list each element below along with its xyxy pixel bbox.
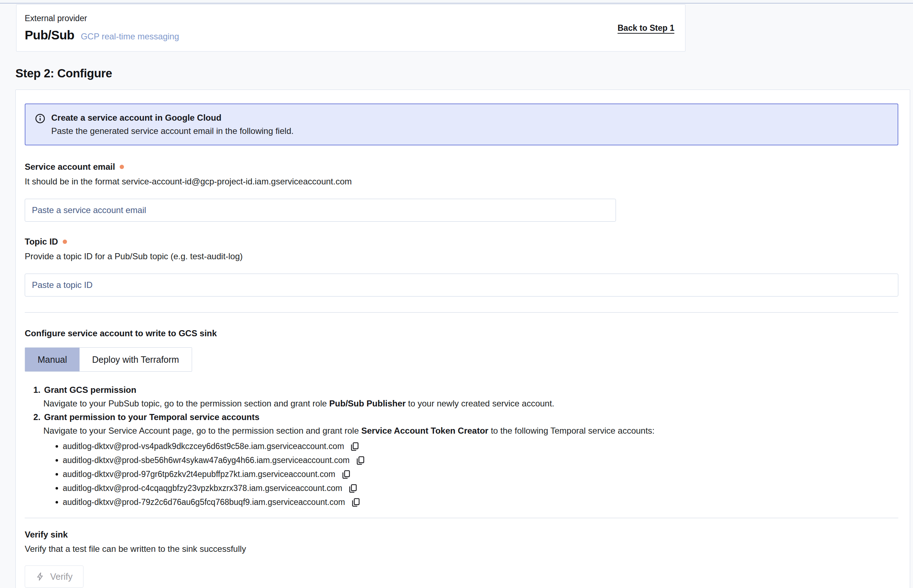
required-dot [120, 165, 124, 169]
bullet-icon [55, 487, 58, 489]
step-number: 1. [33, 383, 40, 397]
list-item: auditlog-dktxv@prod-c4cqaqgbfzy23vpzkbxz… [55, 481, 898, 495]
copy-icon[interactable] [350, 441, 359, 452]
service-account-email: auditlog-dktxv@prod-c4cqaqgbfzy23vpzkbxz… [63, 481, 342, 495]
page-title: Step 2: Configure [15, 66, 913, 80]
instruction-step-2: 2. Grant permission to your Temporal ser… [25, 410, 898, 509]
manual-instructions: 1. Grant GCS permission Navigate to your… [25, 383, 898, 509]
copy-icon[interactable] [348, 483, 358, 494]
step-title: Grant GCS permission [44, 383, 136, 397]
topic-id-helper: Provide a topic ID for a Pub/Sub topic (… [25, 251, 898, 262]
step-body: Navigate to your PubSub topic, go to the… [25, 397, 898, 410]
copy-icon[interactable] [355, 455, 365, 466]
step-number: 2. [33, 410, 40, 424]
step-title: Grant permission to your Temporal servic… [44, 410, 259, 424]
back-to-step-1-link[interactable]: Back to Step 1 [618, 23, 675, 33]
instruction-step-1: 1. Grant GCS permission Navigate to your… [25, 383, 898, 410]
service-account-email-label: Service account email [25, 162, 898, 172]
configure-form-card: Create a service account in Google Cloud… [15, 89, 910, 588]
provider-title: Pub/Sub [25, 28, 74, 42]
deploy-method-tabs: Manual Deploy with Terraform [25, 347, 192, 372]
bullet-icon [55, 459, 58, 462]
tab-manual[interactable]: Manual [25, 348, 79, 372]
step-body: Navigate to your Service Account page, g… [25, 424, 898, 438]
verify-sink-title: Verify sink [25, 530, 898, 540]
list-item: auditlog-dktxv@prod-vs4padk9dkczcey6d6st… [55, 439, 898, 453]
topic-id-label: Topic ID [25, 237, 898, 247]
copy-icon[interactable] [341, 469, 351, 480]
info-icon [35, 113, 45, 136]
provider-kicker: External provider [25, 14, 179, 23]
copy-icon[interactable] [351, 497, 361, 508]
service-account-list: auditlog-dktxv@prod-vs4padk9dkczcey6d6st… [25, 439, 898, 509]
verify-sink-helper: Verify that a test file can be written t… [25, 544, 898, 554]
verify-button[interactable]: Verify [25, 565, 84, 588]
service-account-email: auditlog-dktxv@prod-97gr6tp6zkv2t4epubff… [63, 467, 335, 481]
topic-id-input[interactable] [25, 274, 898, 297]
lightning-bolt-icon [36, 572, 45, 582]
service-account-email: auditlog-dktxv@prod-sbe56h6wr4sykaw47a6y… [63, 453, 350, 467]
required-dot [63, 239, 67, 244]
bullet-icon [55, 445, 58, 447]
tab-deploy-with-terraform[interactable]: Deploy with Terraform [79, 348, 192, 372]
service-account-email-input[interactable] [25, 199, 616, 222]
alert-title: Create a service account in Google Cloud [51, 113, 293, 123]
service-account-email: auditlog-dktxv@prod-79z2c6d76au6g5fcq768… [63, 495, 345, 509]
list-item: auditlog-dktxv@prod-97gr6tp6zkv2t4epubff… [55, 467, 898, 481]
alert-body: Paste the generated service account emai… [51, 126, 293, 136]
provider-subtitle: GCP real-time messaging [81, 32, 179, 42]
list-item: auditlog-dktxv@prod-79z2c6d76au6g5fcq768… [55, 495, 898, 509]
provider-info: External provider Pub/Sub GCP real-time … [25, 14, 179, 42]
service-account-email: auditlog-dktxv@prod-vs4padk9dkczcey6d6st… [63, 439, 344, 453]
section-divider [25, 518, 898, 518]
configure-gcs-sink-label: Configure service account to write to GC… [25, 328, 898, 338]
section-divider [25, 312, 898, 313]
info-alert: Create a service account in Google Cloud… [25, 103, 898, 145]
service-account-email-helper: It should be in the format service-accou… [25, 176, 898, 187]
top-edge-band [0, 0, 913, 3]
list-item: auditlog-dktxv@prod-sbe56h6wr4sykaw47a6y… [55, 453, 898, 467]
bullet-icon [55, 473, 58, 476]
bullet-icon [55, 501, 58, 504]
provider-header-card: External provider Pub/Sub GCP real-time … [16, 4, 685, 52]
